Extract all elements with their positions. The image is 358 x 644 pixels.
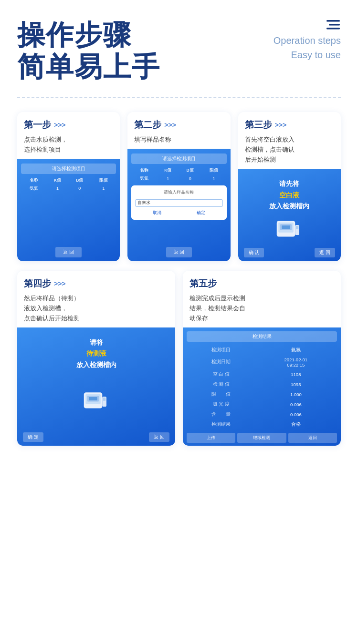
title-english: Operation steps Easy to use <box>274 33 341 62</box>
menu-icon[interactable] <box>326 19 341 36</box>
step3-highlight: 空白液 <box>279 191 299 199</box>
steps-grid-top: 第一步 >>> 点击水质检测， 选择检测项目 请选择检测项目 名称 K值 B值 … <box>17 112 341 261</box>
result-row-4: 检 测 值 1093 <box>188 380 336 389</box>
step2-header: 第二步 >>> 填写样品名称 <box>127 112 230 149</box>
modal-input[interactable] <box>135 199 222 207</box>
col-limit: 限值 <box>91 177 116 184</box>
svg-rect-12 <box>89 397 97 400</box>
step5-screen: 检测结果 检测项目 氨氮 检测日期 2021-02-01 09:22:15 空 … <box>183 327 341 446</box>
step5-results-bar: 检测结果 <box>187 331 337 342</box>
svg-rect-6 <box>282 225 291 229</box>
table-row: 氨氮 1 0 1 <box>131 174 226 183</box>
step4-prompt-text: 请将 待测液 放入检测槽内 <box>21 332 171 373</box>
step3-device-image <box>242 214 337 246</box>
step2-arrow: >>> <box>164 121 176 129</box>
step1-title: 第一步 <box>24 119 51 131</box>
step1-arrow: >>> <box>54 121 66 129</box>
step2-table: 名称 K值 B值 限值 氨氮 1 0 1 <box>131 167 226 183</box>
device-icon <box>273 217 306 243</box>
step3-confirm-btn[interactable]: 确 认 <box>244 248 264 257</box>
step2-title: 第二步 <box>134 119 161 131</box>
step1-screen: 请选择检测项目 名称 K值 B值 限值 氨氮 1 <box>17 159 120 261</box>
col-b: B值 <box>69 177 91 184</box>
device-icon-2 <box>80 388 113 415</box>
step3-prompt-text: 请先将 空白液 放入检测槽内 <box>242 174 337 214</box>
step3-screen: 请先将 空白液 放入检测槽内 确 认 <box>238 169 341 261</box>
step3-arrow: >>> <box>275 121 287 129</box>
step4-back-btn[interactable]: 返 回 <box>149 432 169 442</box>
step3-desc: 首先将空白液放入 检测槽，点击确认 后开始检测 <box>245 135 334 164</box>
page-container: 操作步骤 简单易上手 Operation steps Easy to use 第… <box>0 0 358 474</box>
step-card-4: 第四步 >>> 然后将样品（待测） 液放入检测槽， 点击确认后开始检测 请将 待… <box>17 271 175 445</box>
step2-screen: 请选择检测项目 名称 K值 B值 限值 氨氮 1 <box>127 149 230 261</box>
step4-arrow: >>> <box>54 280 66 287</box>
step2-footer: 返 回 <box>131 243 226 257</box>
step-card-1: 第一步 >>> 点击水质检测， 选择检测项目 请选择检测项目 名称 K值 B值 … <box>17 112 120 261</box>
step3-footer: 确 认 返 回 <box>242 248 337 257</box>
result-row-6: 吸 光 度 0.006 <box>188 400 336 409</box>
step4-prompt-pre: 请将 <box>90 338 103 346</box>
step4-device-image <box>21 373 171 430</box>
step1-desc: 点击水质检测， 选择检测项目 <box>24 135 113 155</box>
step3-title: 第三步 <box>245 119 272 131</box>
modal-cancel-btn[interactable]: 取消 <box>153 210 161 216</box>
step3-title-row: 第三步 >>> <box>245 119 334 131</box>
col-k: K值 <box>46 177 68 184</box>
steps-grid-bottom: 第四步 >>> 然后将样品（待测） 液放入检测槽， 点击确认后开始检测 请将 待… <box>17 271 341 445</box>
step-card-3: 第三步 >>> 首先将空白液放入 检测槽，点击确认 后开始检测 请先将 空白液 … <box>238 112 341 261</box>
modal-buttons: 取消 确定 <box>135 210 222 216</box>
step4-footer: 确 定 返 回 <box>21 432 171 442</box>
table-row: 氨氮 1 0 1 <box>21 184 116 193</box>
step4-confirm-btn[interactable]: 确 定 <box>23 432 43 442</box>
step-card-2: 第二步 >>> 填写样品名称 请选择检测项目 名称 K值 B值 限值 <box>127 112 230 261</box>
step3-prompt-post: 放入检测槽内 <box>269 202 309 210</box>
step4-title: 第四步 <box>24 277 51 290</box>
result-row-1: 检测项目 氨氮 <box>188 346 336 355</box>
step5-title: 第五步 <box>190 277 217 290</box>
result-row-8: 检测结果 合格 <box>188 420 336 429</box>
step5-results-table: 检测项目 氨氮 检测日期 2021-02-01 09:22:15 空 白 值 1… <box>187 345 337 430</box>
result-row-3: 空 白 值 1108 <box>188 370 336 379</box>
step2-desc: 填写样品名称 <box>134 135 223 145</box>
step-card-5: 第五步 检测完成后显示检测 结果，检测结果会自 动保存 检测结果 检测项目 氨氮… <box>183 271 341 445</box>
step2-screen-bar: 请选择检测项目 <box>131 153 226 164</box>
step4-screen: 请将 待测液 放入检测槽内 确 定 返 回 <box>17 327 175 446</box>
step5-continue-btn[interactable]: 继续检测 <box>237 433 286 443</box>
step1-footer: 返 回 <box>21 243 116 257</box>
step2-back-btn[interactable]: 返 回 <box>166 247 192 257</box>
svg-rect-2 <box>326 28 340 30</box>
step4-desc: 然后将样品（待测） 液放入检测槽， 点击确认后开始检测 <box>24 294 168 323</box>
result-row-7: 含 量 0.006 <box>188 410 336 419</box>
step5-upload-btn[interactable]: 上传 <box>187 433 235 443</box>
step5-header: 第五步 检测完成后显示检测 结果，检测结果会自 动保存 <box>183 271 341 327</box>
svg-rect-0 <box>326 20 340 22</box>
step1-screen-bar: 请选择检测项目 <box>21 164 116 174</box>
col-name: 名称 <box>21 177 46 184</box>
step3-prompt-pre: 请先将 <box>279 180 299 187</box>
step1-header: 第一步 >>> 点击水质检测， 选择检测项目 <box>17 112 120 159</box>
step2-modal: 请输入样品名称 取消 确定 <box>131 185 226 220</box>
svg-rect-1 <box>329 24 340 26</box>
step5-back-btn[interactable]: 返回 <box>288 433 337 443</box>
step3-header: 第三步 >>> 首先将空白液放入 检测槽，点击确认 后开始检测 <box>238 112 341 168</box>
step5-footer: 上传 继续检测 返回 <box>187 433 337 443</box>
step1-table: 名称 K值 B值 限值 氨氮 1 0 1 <box>21 177 116 193</box>
step5-desc: 检测完成后显示检测 结果，检测结果会自 动保存 <box>190 294 334 323</box>
step4-prompt-post: 放入检测槽内 <box>76 361 116 368</box>
result-row-2: 检测日期 2021-02-01 09:22:15 <box>188 356 336 369</box>
svg-rect-8 <box>296 226 298 229</box>
modal-label: 请输入样品名称 <box>135 189 222 195</box>
section-divider <box>17 97 341 98</box>
step1-title-row: 第一步 >>> <box>24 119 113 131</box>
step4-highlight: 待测液 <box>86 349 106 357</box>
step3-back-btn[interactable]: 返 回 <box>315 248 335 257</box>
svg-rect-14 <box>103 397 105 400</box>
step5-title-row: 第五步 <box>190 277 334 290</box>
header: 操作步骤 简单易上手 Operation steps Easy to use <box>17 19 341 82</box>
step2-title-row: 第二步 >>> <box>134 119 223 131</box>
result-row-5: 限 值 1.000 <box>188 390 336 399</box>
step1-back-btn[interactable]: 返 回 <box>55 247 82 257</box>
step4-title-row: 第四步 >>> <box>24 277 168 290</box>
modal-confirm-btn[interactable]: 确定 <box>197 210 205 216</box>
step4-header: 第四步 >>> 然后将样品（待测） 液放入检测槽， 点击确认后开始检测 <box>17 271 175 327</box>
